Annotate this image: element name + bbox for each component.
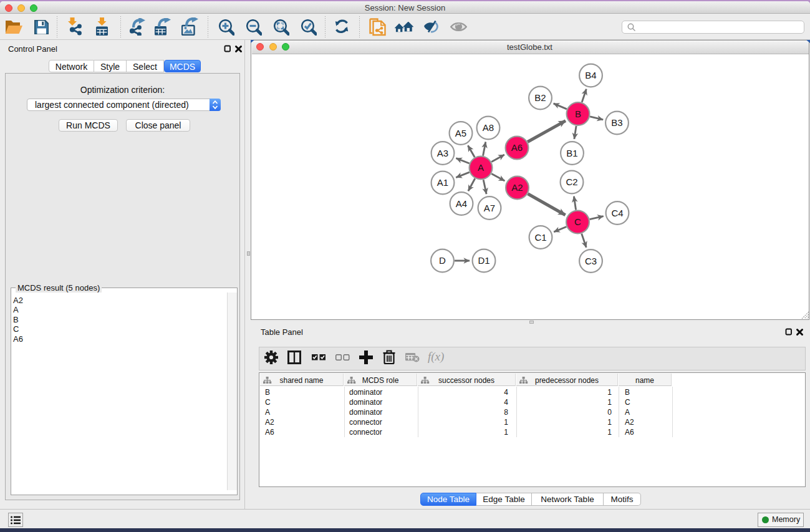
svg-text:A3: A3: [437, 148, 448, 158]
svg-text:B3: B3: [611, 117, 622, 128]
svg-text:A2: A2: [511, 182, 523, 193]
svg-text:C4: C4: [611, 208, 623, 218]
svg-text:A4: A4: [456, 198, 467, 209]
svg-text:B2: B2: [534, 92, 546, 103]
svg-text:D1: D1: [478, 255, 489, 266]
svg-text:B1: B1: [566, 148, 577, 158]
svg-text:A5: A5: [455, 128, 466, 138]
svg-text:C3: C3: [585, 256, 597, 266]
svg-text:A8: A8: [483, 122, 494, 133]
svg-text:B4: B4: [585, 70, 596, 80]
svg-text:A6: A6: [511, 142, 523, 153]
svg-text:A1: A1: [437, 177, 448, 188]
svg-text:C2: C2: [566, 177, 577, 187]
svg-text:B: B: [575, 109, 581, 119]
svg-text:C1: C1: [534, 232, 546, 243]
svg-text:D: D: [439, 255, 446, 266]
svg-text:C: C: [574, 216, 581, 227]
svg-text:A: A: [478, 162, 484, 173]
svg-text:A7: A7: [484, 203, 495, 213]
